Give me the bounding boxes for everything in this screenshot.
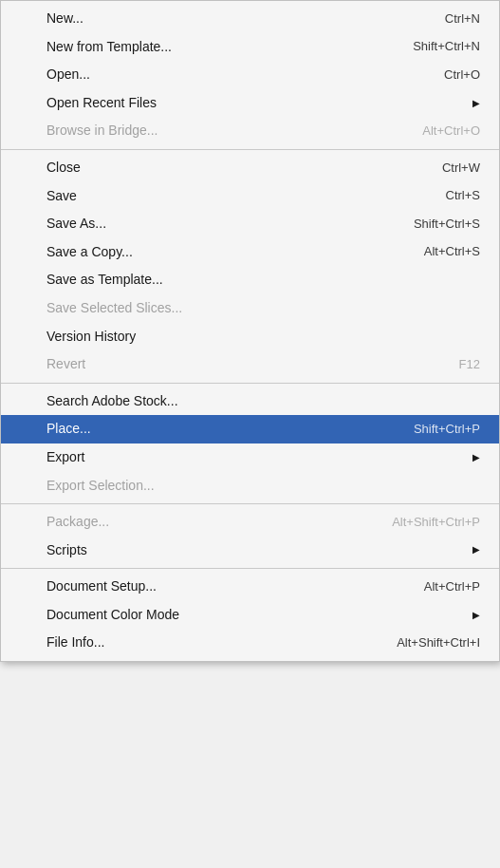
menu-item-save-selected-slices: Save Selected Slices... xyxy=(1,294,499,323)
menu-item-shortcut-place: Shift+Ctrl+P xyxy=(414,421,480,438)
menu-item-new[interactable]: New...Ctrl+N xyxy=(1,5,499,33)
menu-item-label-file-info: File Info... xyxy=(46,633,359,652)
menu-item-document-color-mode[interactable]: Document Color Mode▶ xyxy=(1,601,499,630)
menu-item-label-document-color-mode: Document Color Mode xyxy=(46,606,463,625)
menu-item-shortcut-new-from-template: Shift+Ctrl+N xyxy=(413,38,480,55)
menu-item-version-history[interactable]: Version History xyxy=(1,323,499,351)
menu-item-save[interactable]: SaveCtrl+S xyxy=(1,182,499,211)
menu-item-shortcut-new: Ctrl+N xyxy=(445,10,480,28)
menu-item-label-open: Open... xyxy=(46,66,406,85)
menu-item-label-save-selected-slices: Save Selected Slices... xyxy=(46,299,480,318)
menu-item-label-place: Place... xyxy=(46,420,376,439)
menu-item-save-a-copy[interactable]: Save a Copy...Alt+Ctrl+S xyxy=(1,238,499,267)
menu-item-label-save-a-copy: Save a Copy... xyxy=(46,243,386,262)
menu-separator xyxy=(1,503,499,504)
menu-item-shortcut-save-a-copy: Alt+Ctrl+S xyxy=(424,243,480,260)
menu-item-file-info[interactable]: File Info...Alt+Shift+Ctrl+I xyxy=(1,629,499,657)
menu-item-export[interactable]: Export▶ xyxy=(1,443,499,472)
submenu-arrow-icon-open-recent-files: ▶ xyxy=(472,97,480,110)
menu-item-label-close: Close xyxy=(46,159,404,178)
menu-item-close[interactable]: CloseCtrl+W xyxy=(1,154,499,182)
menu-item-shortcut-browse-in-bridge: Alt+Ctrl+O xyxy=(422,123,480,140)
menu-item-label-open-recent-files: Open Recent Files xyxy=(46,94,463,113)
menu-item-label-document-setup: Document Setup... xyxy=(46,577,386,596)
submenu-arrow-icon-document-color-mode: ▶ xyxy=(472,609,480,622)
menu-item-open[interactable]: Open...Ctrl+O xyxy=(1,61,499,89)
menu-item-label-save-as: Save As... xyxy=(46,215,376,234)
menu-item-shortcut-save-as: Shift+Ctrl+S xyxy=(414,216,480,233)
menu-separator xyxy=(1,568,499,569)
menu-item-document-setup[interactable]: Document Setup...Alt+Ctrl+P xyxy=(1,573,499,601)
menu-item-label-version-history: Version History xyxy=(46,328,480,347)
menu-item-browse-in-bridge: Browse in Bridge...Alt+Ctrl+O xyxy=(1,117,499,145)
submenu-arrow-icon-scripts: ▶ xyxy=(472,543,480,557)
menu-item-shortcut-open: Ctrl+O xyxy=(444,66,480,84)
menu-item-label-save: Save xyxy=(46,187,408,206)
menu-item-save-as[interactable]: Save As...Shift+Ctrl+S xyxy=(1,210,499,238)
menu-item-label-new: New... xyxy=(46,9,407,28)
menu-separator xyxy=(1,149,499,150)
menu-item-place[interactable]: Place...Shift+Ctrl+P xyxy=(1,415,499,443)
menu-item-label-package: Package... xyxy=(46,513,354,532)
menu-item-search-adobe-stock[interactable]: Search Adobe Stock... xyxy=(1,387,499,416)
menu-item-new-from-template[interactable]: New from Template...Shift+Ctrl+N xyxy=(1,33,499,62)
menu-item-open-recent-files[interactable]: Open Recent Files▶ xyxy=(1,89,499,118)
menu-item-revert: RevertF12 xyxy=(1,350,499,379)
menu-item-scripts[interactable]: Scripts▶ xyxy=(1,537,499,565)
menu-item-shortcut-document-setup: Alt+Ctrl+P xyxy=(424,578,480,595)
menu-item-shortcut-file-info: Alt+Shift+Ctrl+I xyxy=(397,634,480,651)
menu-item-label-search-adobe-stock: Search Adobe Stock... xyxy=(46,392,480,411)
menu-separator xyxy=(1,383,499,384)
menu-item-label-revert: Revert xyxy=(46,355,421,374)
menu-item-label-browse-in-bridge: Browse in Bridge... xyxy=(46,122,384,141)
menu-item-save-as-template[interactable]: Save as Template... xyxy=(1,266,499,294)
menu-item-export-selection: Export Selection... xyxy=(1,472,499,500)
menu-item-shortcut-close: Ctrl+W xyxy=(442,160,480,177)
menu-item-shortcut-save: Ctrl+S xyxy=(446,187,480,204)
submenu-arrow-icon-export: ▶ xyxy=(472,451,480,464)
menu-item-shortcut-package: Alt+Shift+Ctrl+P xyxy=(392,514,480,531)
menu-item-label-export-selection: Export Selection... xyxy=(46,477,480,496)
menu-item-label-scripts: Scripts xyxy=(46,541,463,560)
menu-item-label-save-as-template: Save as Template... xyxy=(46,271,480,290)
menu-item-label-new-from-template: New from Template... xyxy=(46,38,375,57)
menu-item-package: Package...Alt+Shift+Ctrl+P xyxy=(1,508,499,537)
menu-item-shortcut-revert: F12 xyxy=(459,356,480,373)
menu-item-label-export: Export xyxy=(46,448,463,467)
file-menu: New...Ctrl+NNew from Template...Shift+Ct… xyxy=(0,0,500,662)
